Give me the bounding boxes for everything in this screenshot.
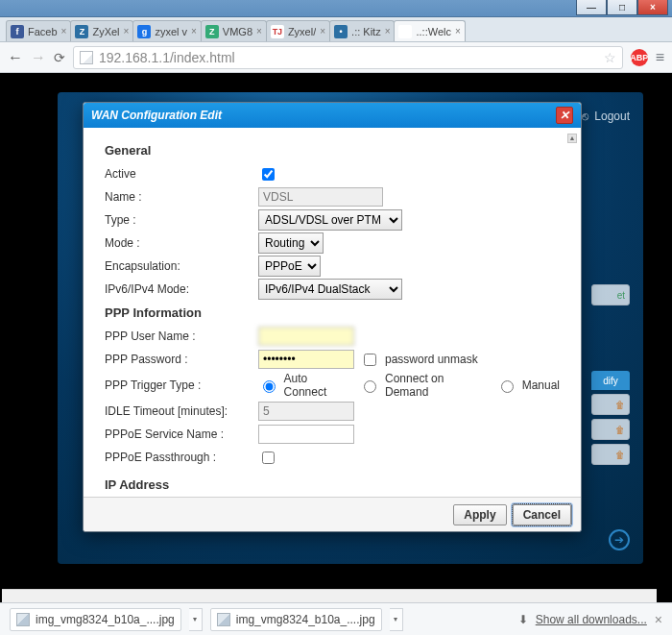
next-arrow-button[interactable]: ➔ <box>609 529 630 550</box>
tab-close-icon[interactable]: × <box>256 26 262 37</box>
browser-tab[interactable]: ..::Welc× <box>394 20 465 41</box>
bookmark-star-icon[interactable]: ☆ <box>604 50 616 65</box>
trigger-demand-label: Connect on Demand <box>385 372 491 399</box>
favicon: Z <box>75 25 88 38</box>
tab-label: Zyxel/ <box>288 26 316 37</box>
trigger-demand-radio[interactable] <box>364 380 376 393</box>
download-arrow-icon: ⬇ <box>518 613 528 626</box>
idle-timeout-label: IDLE Timeout [minutes]: <box>105 404 258 418</box>
encapsulation-select[interactable]: PPPoE <box>258 256 321 277</box>
name-input[interactable] <box>258 187 383 207</box>
download-bar-close-button[interactable]: × <box>655 612 662 627</box>
download-item-menu[interactable]: ▾ <box>390 608 403 631</box>
url-text: 192.168.1.1/index.html <box>99 50 598 65</box>
tab-close-icon[interactable]: × <box>124 26 130 37</box>
browser-tabstrip: fFaceb×ZZyXel×gzyxel v×ZVMG8×TJZyxel/×•.… <box>0 17 672 42</box>
tab-close-icon[interactable]: × <box>385 26 391 37</box>
modal-titlebar: WAN Configuration Edit ✕ <box>84 103 581 128</box>
section-ip-heading: IP Address <box>105 477 560 492</box>
tab-label: ..::Welc <box>416 26 450 37</box>
ppp-user-input[interactable] <box>258 327 354 346</box>
show-all-downloads-link[interactable]: Show all downloads... <box>536 613 647 626</box>
file-icon <box>217 613 230 626</box>
bg-table-head: dify <box>591 371 630 390</box>
browser-tab[interactable]: ZVMG8× <box>201 20 267 41</box>
name-label: Name : <box>105 190 258 204</box>
wan-config-modal: WAN Configuration Edit ✕ ▲ General Activ… <box>83 102 582 532</box>
browser-tab[interactable]: •.:: Kitz× <box>329 20 395 41</box>
window-maximize-button[interactable]: □ <box>607 0 637 15</box>
ipmode-select[interactable]: IPv6/IPv4 DualStack <box>258 279 402 300</box>
trash-icon[interactable]: 🗑 <box>615 425 625 435</box>
type-label: Type : <box>105 213 258 227</box>
ppp-pass-label: PPP Password : <box>105 353 258 366</box>
download-item[interactable]: img_vmg8324_b10a_....jpg <box>10 608 181 631</box>
tab-close-icon[interactable]: × <box>320 26 325 37</box>
browser-tab[interactable]: fFaceb× <box>6 20 71 41</box>
password-unmask-checkbox[interactable] <box>364 354 376 366</box>
favicon: g <box>137 25 151 38</box>
trigger-manual-radio[interactable] <box>501 380 514 393</box>
active-label: Active <box>105 167 258 181</box>
browser-toolbar: ← → ⟳ 192.168.1.1/index.html ☆ ABP ≡ <box>0 42 672 73</box>
trash-icon[interactable]: 🗑 <box>615 450 625 460</box>
trash-icon[interactable]: 🗑 <box>615 400 625 410</box>
pppoe-svc-input[interactable] <box>258 425 354 444</box>
tab-label: .:: Kitz <box>351 26 381 37</box>
chrome-menu-button[interactable]: ≡ <box>656 50 664 65</box>
reload-button[interactable]: ⟳ <box>54 50 65 65</box>
ppp-trigger-label: PPP Trigger Type : <box>105 379 258 392</box>
window-close-button[interactable]: × <box>637 0 668 15</box>
mode-label: Mode : <box>105 236 258 250</box>
logout-icon: ⎋ <box>582 110 588 123</box>
adblock-extension-icon[interactable]: ABP <box>631 49 648 66</box>
scroll-up-icon[interactable]: ▲ <box>567 134 577 143</box>
bg-table-row: 🗑 <box>591 419 630 440</box>
mode-select[interactable]: Routing <box>258 232 324 254</box>
apply-button[interactable]: Apply <box>453 504 506 525</box>
download-item[interactable]: img_vmg8324_b10a_....jpg <box>210 608 382 631</box>
back-button[interactable]: ← <box>8 50 23 65</box>
idle-timeout-input[interactable] <box>258 402 354 421</box>
modal-close-button[interactable]: ✕ <box>556 107 573 124</box>
modal-body: ▲ General Active Name : Type : ADSL/VDSL… <box>84 128 581 497</box>
browser-tab[interactable]: ZZyXel× <box>70 20 133 41</box>
password-unmask-label: password unmask <box>385 353 478 366</box>
favicon: • <box>334 25 348 38</box>
modal-scrollbar[interactable]: ▲ <box>567 134 577 491</box>
pppoe-passthrough-checkbox[interactable] <box>262 452 275 464</box>
tab-label: Faceb <box>28 26 58 37</box>
favicon: f <box>11 25 24 38</box>
window-minimize-button[interactable]: — <box>576 0 607 15</box>
browser-tab[interactable]: TJZyxel/× <box>266 20 330 41</box>
type-select[interactable]: ADSL/VDSL over PTM <box>258 209 402 231</box>
pppoe-svc-label: PPPoE Service Name : <box>105 427 258 441</box>
file-icon <box>16 613 30 626</box>
pppoe-passthrough-label: PPPoE Passthrough : <box>105 451 258 464</box>
bg-table-row: 🗑 <box>591 394 630 415</box>
address-bar[interactable]: 192.168.1.1/index.html ☆ <box>73 46 623 69</box>
section-ppp-heading: PPP Information <box>105 305 560 320</box>
download-filename: img_vmg8324_b10a_....jpg <box>236 613 375 626</box>
modal-title-text: WAN Configuration Edit <box>91 109 222 122</box>
tab-close-icon[interactable]: × <box>455 26 461 37</box>
download-item-menu[interactable]: ▾ <box>189 608 203 631</box>
logout-link[interactable]: ⎋ Logout <box>582 110 630 123</box>
favicon: Z <box>205 25 219 38</box>
active-checkbox[interactable] <box>262 168 275 181</box>
section-general-heading: General <box>105 143 560 158</box>
ppp-pass-input[interactable] <box>258 350 354 369</box>
cancel-button[interactable]: Cancel <box>513 504 571 525</box>
browser-tab[interactable]: gzyxel v× <box>132 20 201 41</box>
bg-card: et <box>591 284 630 305</box>
page-horizontal-scrollbar[interactable] <box>2 589 657 602</box>
favicon <box>398 25 412 38</box>
favicon: TJ <box>271 25 284 38</box>
forward-button[interactable]: → <box>31 50 46 65</box>
ipmode-label: IPv6/IPv4 Mode: <box>105 282 258 296</box>
tab-close-icon[interactable]: × <box>61 26 67 37</box>
ppp-user-label: PPP User Name : <box>105 330 258 343</box>
tab-close-icon[interactable]: × <box>191 26 197 37</box>
page-icon <box>80 51 93 64</box>
trigger-auto-radio[interactable] <box>263 380 276 393</box>
